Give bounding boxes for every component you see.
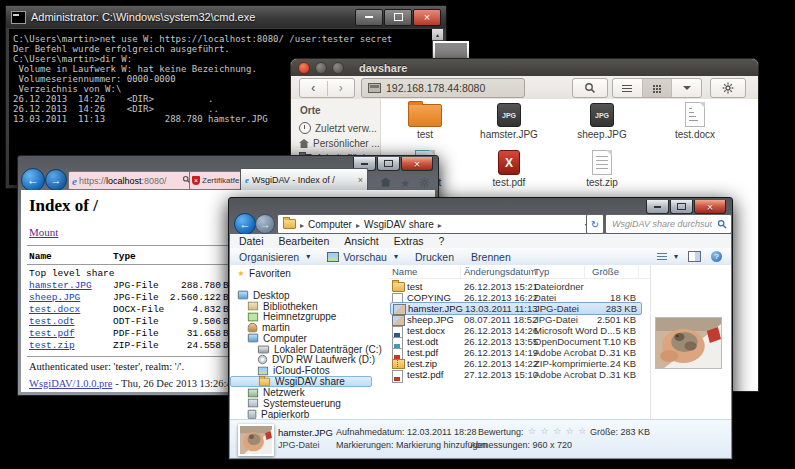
- preview-pane-toggle[interactable]: [688, 251, 701, 262]
- file-label: test: [382, 129, 468, 140]
- list-view-button[interactable]: [613, 79, 642, 97]
- maximize-button[interactable]: [377, 157, 400, 171]
- address-bar[interactable]: https://localhost:8080/: [68, 171, 195, 190]
- file-label: sheep.JPG: [559, 129, 645, 140]
- file-link[interactable]: test.docx: [29, 304, 80, 315]
- tab-close-icon[interactable]: [358, 175, 363, 185]
- maximize-button[interactable]: [332, 62, 344, 74]
- sidebar-item-icloud-fotos[interactable]: iCloud-Fotos: [230, 365, 386, 376]
- maximize-button[interactable]: [384, 9, 412, 26]
- sidebar-item-netzwerk[interactable]: Netzwerk: [230, 387, 386, 398]
- close-button[interactable]: [298, 62, 310, 74]
- file-row-test-zip[interactable]: test.zip 26.12.2013 14:22 ZIP-komprimier…: [390, 358, 640, 369]
- menu-help[interactable]: ?: [439, 235, 445, 247]
- tools-gear-icon[interactable]: [419, 177, 430, 188]
- details-tags[interactable]: Markierungen: Markierung hinzufügen: [336, 440, 488, 450]
- column-header-type[interactable]: Typ: [534, 266, 549, 277]
- change-view-button[interactable]: [657, 252, 678, 261]
- menu-bearbeiten[interactable]: Bearbeiten: [279, 235, 330, 247]
- folder-icon: [392, 282, 405, 292]
- mount-link[interactable]: Mount: [29, 226, 58, 238]
- maximize-button[interactable]: [670, 200, 693, 214]
- home-icon[interactable]: [380, 178, 391, 187]
- view-options-button[interactable]: [671, 79, 701, 97]
- scrollbar-up-icon[interactable]: [432, 29, 443, 40]
- file-item-hamster-jpg[interactable]: JPG hamster.JPG: [466, 103, 552, 140]
- menu-ansicht[interactable]: Ansicht: [344, 235, 378, 247]
- file-link[interactable]: test.odt: [29, 316, 75, 327]
- desktop: Administrator: C:\Windows\system32\cmd.e…: [0, 0, 795, 469]
- browser-tab[interactable]: WsgiDAV - Index of /: [240, 168, 368, 191]
- close-button[interactable]: [694, 200, 726, 214]
- file-item-test-pdf[interactable]: X test.pdf: [466, 151, 552, 188]
- location-button[interactable]: 192.168.178.44:8080: [361, 78, 525, 98]
- sidebar-item-dvd-d[interactable]: DVD RW Laufwerk (D:): [230, 355, 386, 366]
- file-link[interactable]: test.pdf: [29, 328, 75, 339]
- wsgidav-link[interactable]: WsgiDAV/1.0.0.pre: [29, 378, 113, 389]
- favorites-star-icon[interactable]: [400, 173, 410, 191]
- file-item-test-docx[interactable]: test.docx: [652, 103, 738, 140]
- file-row-test-pdf[interactable]: test.pdf 26.12.2013 14:19 Adobe Acrobat …: [390, 347, 640, 358]
- file-row-test[interactable]: test 26.12.2013 15:21 Dateiordner: [390, 281, 640, 292]
- sidebar-item-systemsteuerung[interactable]: Systemsteuerung: [230, 398, 386, 409]
- menu-datei[interactable]: Datei: [239, 235, 264, 247]
- back-button[interactable]: [234, 213, 256, 235]
- minimize-button[interactable]: [355, 9, 383, 26]
- settings-button[interactable]: [710, 78, 746, 98]
- refresh-button[interactable]: [586, 214, 604, 234]
- nautilus-titlebar[interactable]: davshare: [291, 59, 758, 76]
- breadcrumb-computer[interactable]: Computer: [308, 219, 352, 230]
- column-header-date[interactable]: Änderungsdatum: [464, 266, 536, 277]
- search-box[interactable]: [605, 214, 732, 234]
- sidebar-item-favoriten[interactable]: Favoriten: [230, 268, 386, 279]
- file-row-test-docx[interactable]: test.docx 26.12.2013 14:26 Microsoft Wor…: [390, 325, 640, 336]
- cmd-titlebar[interactable]: Administrator: C:\Windows\system32\cmd.e…: [6, 6, 446, 28]
- forward-button[interactable]: [45, 169, 67, 191]
- sidebar-item-local-disk-c[interactable]: Lokaler Datenträger (C:): [230, 344, 386, 355]
- pdf-mark: X: [505, 158, 513, 168]
- back-button[interactable]: ‹: [300, 81, 327, 96]
- forward-button[interactable]: ›: [327, 81, 355, 96]
- sidebar-item-desktop[interactable]: Desktop: [230, 290, 386, 301]
- sidebar-item-computer[interactable]: Computer: [230, 333, 386, 344]
- file-row-sheep[interactable]: sheep.JPG 08.07.2011 18:52 JPG-Datei 2.5…: [390, 314, 640, 325]
- file-link[interactable]: hamster.JPG: [29, 280, 92, 291]
- details-size: Größe: 283 KB: [590, 427, 650, 437]
- breadcrumb-wsgidav-share[interactable]: WsgiDAV share: [364, 219, 434, 230]
- file-link[interactable]: sheep.JPG: [29, 292, 80, 303]
- sidebar-item-heimnetzgruppe[interactable]: Heimnetzgruppe: [230, 311, 386, 322]
- forward-button[interactable]: [255, 214, 275, 234]
- grid-view-button[interactable]: [642, 79, 672, 97]
- sidebar-item-wsgidav-share[interactable]: WsgiDAV share: [230, 376, 372, 387]
- close-button[interactable]: [401, 157, 433, 171]
- rating-stars-icon[interactable]: ☆ ☆ ☆ ☆ ☆: [528, 426, 587, 436]
- sidebar-item-papierkorb[interactable]: Papierkorb: [230, 409, 386, 420]
- preview-button[interactable]: Vorschau: [327, 251, 398, 263]
- menu-extras[interactable]: Extras: [394, 235, 424, 247]
- minimize-button[interactable]: [315, 62, 327, 74]
- minimize-button[interactable]: [646, 200, 669, 214]
- column-header-size[interactable]: Größe: [592, 266, 619, 277]
- back-button[interactable]: [21, 168, 45, 192]
- print-button[interactable]: Drucken: [415, 251, 454, 263]
- sidebar-item-martin[interactable]: martin: [230, 322, 386, 333]
- column-header-name[interactable]: Name: [392, 266, 417, 277]
- file-item-test-zip[interactable]: test.zip: [559, 151, 645, 188]
- file-link[interactable]: test.zip: [29, 340, 75, 351]
- search-input[interactable]: [610, 218, 714, 230]
- file-item-sheep-jpg[interactable]: JPG sheep.JPG: [559, 103, 645, 140]
- sidebar-item-recent[interactable]: Zuletzt verw...: [291, 120, 380, 136]
- sidebar-item-bibliotheken[interactable]: Bibliotheken: [230, 301, 386, 312]
- certificate-error-button[interactable]: Zertifikatfe...: [189, 171, 243, 190]
- file-row-test-odt[interactable]: test.odt 26.12.2013 13:55 OpenDocument T…: [390, 336, 640, 347]
- burn-button[interactable]: Brennen: [471, 251, 511, 263]
- ie-quick-icons: [380, 173, 430, 191]
- close-button[interactable]: [413, 9, 441, 26]
- file-row-test2-pdf[interactable]: test2.pdf 27.12.2013 15:10 Adobe Acrobat…: [390, 369, 640, 380]
- help-icon[interactable]: [711, 251, 722, 262]
- organize-button[interactable]: Organisieren: [239, 251, 310, 263]
- file-item-test[interactable]: test: [382, 103, 468, 140]
- sidebar-item-home[interactable]: Persönlicher ...: [291, 136, 380, 151]
- address-breadcrumb[interactable]: Computer WsgiDAV share: [277, 214, 595, 234]
- search-button[interactable]: [572, 78, 608, 98]
